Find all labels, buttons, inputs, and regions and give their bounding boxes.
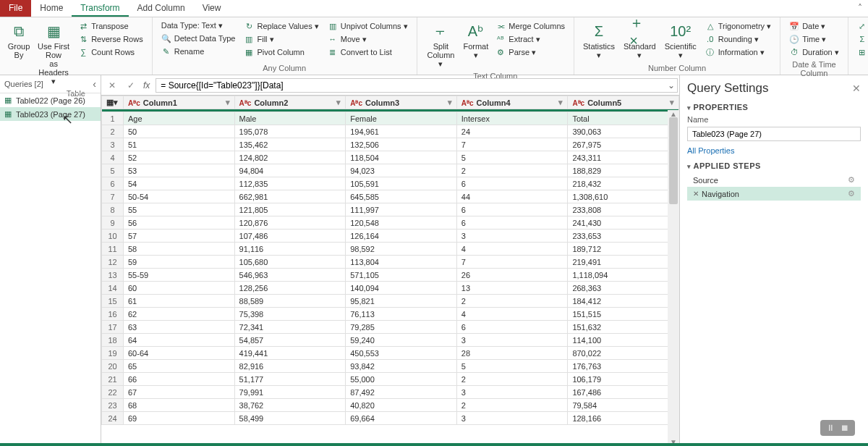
cell[interactable]: 88,589 xyxy=(234,295,346,308)
applied-steps-header[interactable]: APPLIED STEPS xyxy=(687,161,861,170)
time-button[interactable]: 🕒Time ▾ xyxy=(786,33,842,45)
column-header-4[interactable]: AᴮcColumn4▾ xyxy=(456,96,568,109)
table-row[interactable]: 216651,17755,0002106,179 xyxy=(102,373,679,386)
group-by-button[interactable]: ⧉Group By xyxy=(4,19,33,62)
cell[interactable]: 267,975 xyxy=(568,138,679,151)
column-header-3[interactable]: AᴮcColumn3▾ xyxy=(346,96,457,109)
cell[interactable]: 6 xyxy=(456,216,568,230)
cell[interactable]: 113,804 xyxy=(346,256,457,269)
cell[interactable]: 61 xyxy=(124,295,235,308)
cell[interactable]: 111,997 xyxy=(346,203,457,216)
cell[interactable]: 55,000 xyxy=(346,373,457,386)
information-button[interactable]: ⓘInformation ▾ xyxy=(702,46,774,58)
table-row[interactable]: 1355-59546,963571,105261,118,094 xyxy=(102,269,679,282)
cell[interactable]: 121,805 xyxy=(234,203,346,216)
cell[interactable]: 66 xyxy=(124,373,235,386)
queries-collapse-icon[interactable]: ‹ xyxy=(93,78,96,90)
cell[interactable]: 58,499 xyxy=(234,412,346,425)
cell[interactable]: 54,857 xyxy=(234,334,346,347)
rename-button[interactable]: ✎Rename xyxy=(158,46,239,57)
table-row[interactable]: 226779,99187,4923167,486 xyxy=(102,386,679,399)
expand-button[interactable]: ⤢Expand xyxy=(854,20,868,32)
cell[interactable]: 118,504 xyxy=(346,151,457,164)
delete-step-icon[interactable]: ✕ xyxy=(693,190,699,198)
stop-icon[interactable]: ⏹ xyxy=(841,423,849,433)
tab-add-column[interactable]: Add Column xyxy=(129,0,194,17)
cell[interactable]: 195,078 xyxy=(234,125,346,138)
cell[interactable]: 93,842 xyxy=(346,360,457,373)
cell[interactable]: 79,285 xyxy=(346,321,457,334)
table-row[interactable]: 750-54662,981645,585441,308,610 xyxy=(102,190,679,203)
convert-to-list-button[interactable]: ≣Convert to List xyxy=(325,46,411,58)
row-number[interactable]: 1 xyxy=(102,112,124,125)
row-number[interactable]: 11 xyxy=(102,243,124,256)
merge-columns-button[interactable]: ⫘Merge Columns xyxy=(493,20,568,32)
scientific-button[interactable]: 10²Scientific ▾ xyxy=(660,19,701,62)
cell[interactable]: 24 xyxy=(456,125,568,138)
all-properties-link[interactable]: All Properties xyxy=(687,146,734,155)
cell[interactable]: 68 xyxy=(124,399,235,412)
row-number[interactable]: 24 xyxy=(102,412,124,425)
row-number[interactable]: 10 xyxy=(102,230,124,243)
row-number[interactable]: 20 xyxy=(102,360,124,373)
cell[interactable]: 59,240 xyxy=(346,334,457,347)
fill-button[interactable]: ▥Fill ▾ xyxy=(241,33,321,45)
tab-transform[interactable]: Transform xyxy=(72,0,128,17)
cell[interactable]: 3 xyxy=(456,412,568,425)
cell[interactable]: 184,412 xyxy=(568,295,679,308)
step-navigation[interactable]: ✕Navigation⚙ xyxy=(687,187,861,201)
cell[interactable]: 55-59 xyxy=(124,269,235,282)
row-number[interactable]: 19 xyxy=(102,347,124,360)
cell[interactable]: 51,177 xyxy=(234,373,346,386)
cell[interactable]: 1,118,094 xyxy=(568,269,679,282)
split-column-button[interactable]: ⫟Split Column ▾ xyxy=(422,19,461,71)
cell[interactable]: Age xyxy=(124,112,235,125)
cell[interactable]: 2 xyxy=(456,399,568,412)
cell[interactable]: 3 xyxy=(456,386,568,399)
tab-home[interactable]: Home xyxy=(31,0,72,17)
cell[interactable]: 98,592 xyxy=(346,243,457,256)
cell[interactable]: 6 xyxy=(456,321,568,334)
aggregate-button[interactable]: ΣAggregate xyxy=(854,33,868,45)
filter-icon[interactable]: ▾ xyxy=(336,98,341,107)
cell[interactable]: 7 xyxy=(456,256,568,269)
extract-text-button[interactable]: ᴬᴮExtract ▾ xyxy=(493,33,568,45)
cell[interactable]: 120,548 xyxy=(346,216,457,230)
table-row[interactable]: 236838,76240,820279,584 xyxy=(102,399,679,412)
table-row[interactable]: 351135,462132,5067267,975 xyxy=(102,138,679,151)
cell[interactable]: 3 xyxy=(456,334,568,347)
fx-icon[interactable]: fx xyxy=(143,80,150,91)
cell[interactable]: 50 xyxy=(124,125,235,138)
cell[interactable]: 2 xyxy=(456,373,568,386)
properties-header[interactable]: PROPERTIES xyxy=(687,103,861,112)
cell[interactable]: 62 xyxy=(124,308,235,321)
cell[interactable]: 218,432 xyxy=(568,177,679,190)
table-row[interactable]: 176372,34179,2856151,632 xyxy=(102,321,679,334)
gear-icon[interactable]: ⚙ xyxy=(848,175,855,185)
row-number[interactable]: 7 xyxy=(102,190,124,203)
row-number[interactable]: 5 xyxy=(102,164,124,177)
table-row[interactable]: 855121,805111,9976233,808 xyxy=(102,203,679,216)
cell[interactable]: 124,802 xyxy=(234,151,346,164)
table-row[interactable]: 1460128,256140,09413268,363 xyxy=(102,282,679,295)
extract-values-button[interactable]: ⊞Extract Values xyxy=(854,46,868,58)
cell[interactable]: 6 xyxy=(456,203,568,216)
row-number[interactable]: 15 xyxy=(102,295,124,308)
table-row[interactable]: 250195,078194,96124390,063 xyxy=(102,125,679,138)
row-number[interactable]: 23 xyxy=(102,399,124,412)
cell[interactable]: 72,341 xyxy=(234,321,346,334)
row-number[interactable]: 21 xyxy=(102,373,124,386)
cell[interactable]: 2 xyxy=(456,164,568,177)
cell[interactable]: Female xyxy=(346,112,457,125)
cell[interactable]: 60-64 xyxy=(124,347,235,360)
cell[interactable]: 69,664 xyxy=(346,412,457,425)
row-number[interactable]: 4 xyxy=(102,151,124,164)
tab-view[interactable]: View xyxy=(194,0,230,17)
cell[interactable]: 67 xyxy=(124,386,235,399)
cell[interactable]: 120,876 xyxy=(234,216,346,230)
unpivot-button[interactable]: ▥Unpivot Columns ▾ xyxy=(325,20,411,32)
cell[interactable]: 69 xyxy=(124,412,235,425)
cell[interactable]: 571,105 xyxy=(346,269,457,282)
row-select-header[interactable]: ▦▾ xyxy=(102,96,124,109)
cell[interactable]: 128,256 xyxy=(234,282,346,295)
